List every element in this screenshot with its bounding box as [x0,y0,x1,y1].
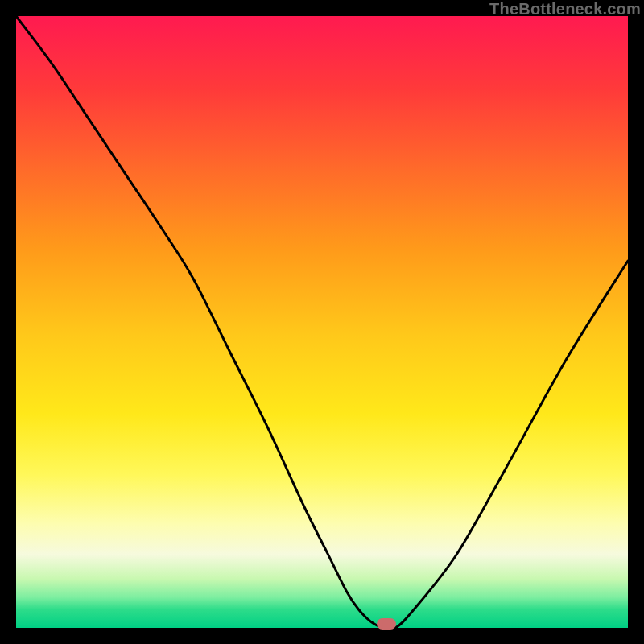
bottleneck-curve-path [16,16,628,630]
bottleneck-min-marker [377,618,396,630]
bottleneck-line-chart [16,16,628,628]
